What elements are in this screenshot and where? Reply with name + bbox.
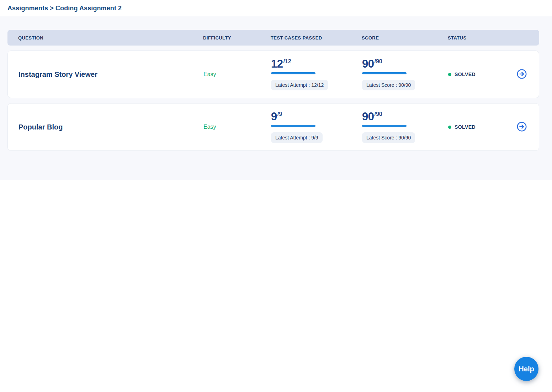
status-dot-icon [448,73,451,76]
status-badge: SOLVED [455,71,476,77]
difficulty-badge: Easy [203,124,271,130]
difficulty-badge: Easy [203,71,271,78]
column-header-status: STATUS [448,35,510,41]
question-title[interactable]: Instagram Story Viewer [18,70,203,79]
score-progress-bar [362,125,407,127]
latest-attempt-pill: Latest Attempt : 9/9 [271,132,323,143]
open-question-cell [510,122,527,132]
open-question-button[interactable] [516,122,527,132]
column-header-score: SCORE [362,35,448,41]
latest-score-pill: Latest Score : 90/90 [362,132,415,143]
test-cases-passed-value: 12 [271,58,283,69]
score-earned-value: 90 [362,111,374,122]
score-cell: 90 /90 Latest Score : 90/90 [362,58,448,90]
test-cases-progress-bar [271,72,315,74]
column-header-test-cases: TEST CASES PASSED [271,35,362,41]
score-fraction: 90 /90 [362,58,382,69]
status-badge: SOLVED [455,124,476,130]
score-progress-bar [362,72,407,74]
table-row: Instagram Story Viewer Easy 12 /12 Lates… [7,51,539,98]
column-header-difficulty: DIFFICULTY [203,35,271,41]
latest-score-pill: Latest Score : 90/90 [362,80,415,90]
status-dot-icon [448,126,451,129]
status-cell: SOLVED [448,71,510,77]
table-header-row: QUESTION DIFFICULTY TEST CASES PASSED SC… [7,30,539,46]
score-cell: 90 /90 Latest Score : 90/90 [362,111,448,143]
test-cases-progress-bar [271,125,315,127]
arrow-right-circle-icon [516,121,527,133]
score-total-value: /90 [374,59,382,64]
test-cases-fraction: 9 /9 [271,111,282,122]
table-row: Popular Blog Easy 9 /9 Latest Attempt : … [7,103,539,151]
assignments-page: Assignments > Coding Assignment 2 QUESTI… [0,0,552,392]
test-cases-total-value: /12 [283,59,291,64]
score-fraction: 90 /90 [362,111,382,122]
score-earned-value: 90 [362,58,374,69]
test-cases-progress-fill [271,125,315,127]
test-cases-progress-fill [271,72,315,74]
test-cases-total-value: /9 [277,111,282,117]
score-total-value: /90 [374,111,382,117]
column-header-question: QUESTION [18,35,203,41]
test-cases-passed-value: 9 [271,111,277,122]
test-cases-cell: 9 /9 Latest Attempt : 9/9 [271,111,362,143]
question-title[interactable]: Popular Blog [18,123,203,131]
content-section: QUESTION DIFFICULTY TEST CASES PASSED SC… [0,16,552,180]
test-cases-cell: 12 /12 Latest Attempt : 12/12 [271,58,362,90]
help-button[interactable]: Help [514,357,538,381]
status-cell: SOLVED [448,124,510,130]
score-progress-fill [362,125,407,127]
open-question-button[interactable] [516,69,527,80]
latest-attempt-pill: Latest Attempt : 12/12 [271,80,328,90]
test-cases-fraction: 12 /12 [271,58,291,69]
breadcrumb[interactable]: Assignments > Coding Assignment 2 [7,5,122,12]
arrow-right-circle-icon [516,69,527,80]
open-question-cell [510,69,527,80]
top-bar: Assignments > Coding Assignment 2 [0,0,552,16]
score-progress-fill [362,72,407,74]
